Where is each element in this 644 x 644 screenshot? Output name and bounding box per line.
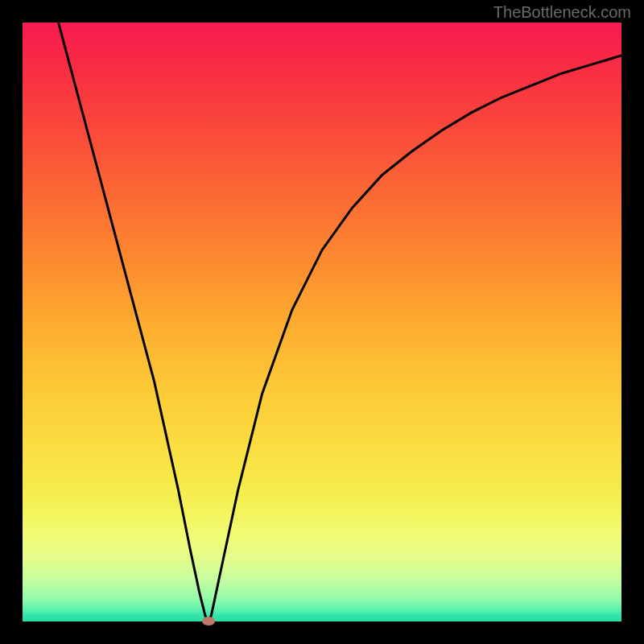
chart-plot-area	[23, 23, 621, 621]
minimum-point-marker	[202, 617, 215, 625]
watermark-text: TheBottleneck.com	[493, 3, 631, 22]
bottleneck-curve	[23, 23, 621, 621]
